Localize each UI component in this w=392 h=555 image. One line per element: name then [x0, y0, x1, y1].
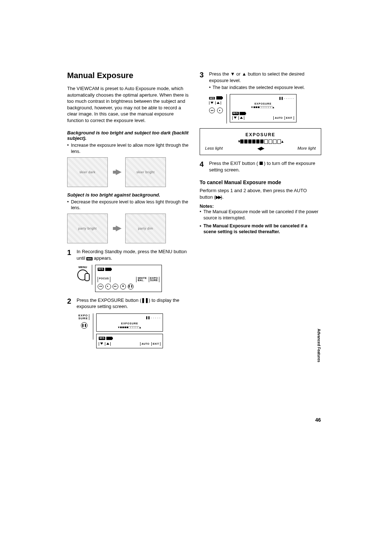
- step-1: 1 In Recording Standby mode, press the M…: [67, 248, 189, 261]
- step-3-sub: The bar indicates the selected exposure …: [209, 85, 321, 90]
- case2-heading: Subject is too bright against background…: [67, 192, 189, 198]
- pause-icon: ❚❚: [128, 284, 134, 289]
- battery-icon: [105, 268, 111, 271]
- step3-diagram: M/S ◂◂ ▸ ❚❚ - - - - - EXPOSURE ▾■■■□□□□□…: [209, 94, 321, 125]
- exposure-box-title: EXPOSURE: [205, 132, 316, 137]
- case1-before-image: skier dark: [67, 157, 108, 187]
- cancel-heading: To cancel Manual Exposure mode: [200, 179, 321, 185]
- step-number: 1: [67, 248, 77, 261]
- exposure-scale-box: EXPOSURE ▾▴ Less light ◀▶ More light: [200, 128, 321, 155]
- step-2-body: Press the EXPOSURE button (❚❚) to displa…: [77, 297, 189, 310]
- exposure-button-illustration: EXPOSURE ❚❚: [77, 313, 93, 340]
- page-content: Manual Exposure The VIEWCAM is preset to…: [0, 0, 392, 352]
- exposure-bar: ▾▴: [205, 139, 316, 144]
- case1-illustration-row: skier dark skier bright: [67, 157, 189, 187]
- case2-bullet: Decrease the exposure level to allow les…: [67, 199, 189, 211]
- pause-button-icon: ❚❚: [81, 322, 87, 329]
- right-column: 3 Press the ▼ or ▲ button to select the …: [200, 71, 321, 352]
- white-bal-label: WHITEBAL.: [136, 277, 148, 282]
- battery-icon: [216, 96, 222, 100]
- step2-diagram: EXPOSURE ❚❚ ❚❚ - - - - - EXPOSURE ▾■■■■□…: [77, 313, 189, 349]
- section-tab: Advanced Features: [317, 329, 321, 362]
- lcd-exposure-screen: ❚❚ - - - - - EXPOSURE ▾■■■■□□□□□▴: [96, 313, 163, 332]
- rewind-icon: ◂◂: [98, 284, 103, 289]
- exposure-caption: Less light ◀▶ More light: [205, 145, 316, 151]
- arrow-buttons-illustration: M/S ◂◂ ▸: [209, 94, 227, 123]
- menu-knob-icon: [77, 270, 88, 280]
- ms-icon: M/S: [86, 257, 92, 260]
- arrow-right-icon: [116, 169, 122, 175]
- step-3: 3 Press the ▼ or ▲ button to select the …: [200, 71, 321, 90]
- cancel-body: Perform steps 1 and 2 above, then press …: [200, 187, 321, 200]
- pause-glyph-icon: ❚❚: [141, 297, 148, 303]
- note-2: The Manual Exposure mode will be cancele…: [200, 223, 321, 235]
- case1-heading: Background is too bright and subject too…: [67, 130, 189, 141]
- intro-paragraph: The VIEWCAM is preset to Auto Exposure m…: [67, 85, 189, 123]
- step-3-body: Press the ▼ or ▲ button to select the de…: [209, 71, 321, 90]
- stop-icon: ■: [120, 284, 126, 289]
- play-icon: ▸: [105, 284, 111, 289]
- step1-diagram: MENU M/S FOCUS WHITEBAL. EXPOSURE ◂◂ ▸ ▸…: [77, 265, 189, 292]
- case1-bullet: Increase the exposure level to allow mor…: [67, 142, 189, 154]
- double-arrow-icon: ◀▶: [257, 145, 264, 151]
- ff-icon: ▸▸: [113, 284, 118, 289]
- page-number: 46: [315, 417, 321, 423]
- expo-label: EXPOSURE: [77, 314, 89, 320]
- notes-heading: Notes:: [200, 204, 321, 209]
- lcd-screen-step1: M/S FOCUS WHITEBAL. EXPOSURE ◂◂ ▸ ▸▸ ■ ❚…: [95, 265, 162, 292]
- step-1-body: In Recording Standby mode, press the MEN…: [77, 248, 189, 261]
- battery-icon: [240, 112, 245, 115]
- lcd-exposure-screen: ❚❚ - - - - - EXPOSURE ▾■■■□□□□□□▴ M/S AU…: [230, 94, 297, 122]
- menu-button-illustration: MENU: [77, 265, 92, 285]
- step-number: 3: [200, 71, 209, 90]
- step-number: 2: [67, 297, 77, 310]
- step-4: 4 Press the EXIT button ( ) to turn off …: [200, 160, 321, 173]
- case2-before-image: party bright: [67, 214, 108, 243]
- step-number: 4: [200, 160, 209, 173]
- stop-glyph-icon: [260, 162, 263, 165]
- note-1: The Manual Exposure mode will be cancele…: [200, 209, 321, 221]
- page-title: Manual Exposure: [67, 71, 189, 80]
- step-4-body: Press the EXIT button ( ) to turn off th…: [209, 160, 321, 173]
- step-2: 2 Press the EXPOSURE button (❚❚) to disp…: [67, 297, 189, 310]
- arrow-right-icon: [116, 226, 122, 231]
- lcd-stack-step2: ❚❚ - - - - - EXPOSURE ▾■■■■□□□□□▴ M/S AU…: [96, 313, 163, 349]
- left-column: Manual Exposure The VIEWCAM is preset to…: [67, 71, 189, 352]
- case2-after-image: party dim: [125, 214, 166, 243]
- lcd-bottom-bar: M/S AUTO EXIT: [96, 334, 163, 348]
- expo-sure-label: EXPOSURE: [149, 277, 159, 282]
- ff-glyph-icon: ▶▶: [216, 194, 221, 200]
- case1-after-image: skier bright: [125, 157, 166, 187]
- play-icon: ▸: [217, 108, 223, 113]
- rewind-icon: ◂◂: [209, 108, 215, 113]
- lcd-stack-step3: ❚❚ - - - - - EXPOSURE ▾■■■□□□□□□▴ M/S AU…: [230, 94, 297, 125]
- case2-illustration-row: party bright party dim: [67, 214, 189, 243]
- battery-icon: [106, 337, 112, 340]
